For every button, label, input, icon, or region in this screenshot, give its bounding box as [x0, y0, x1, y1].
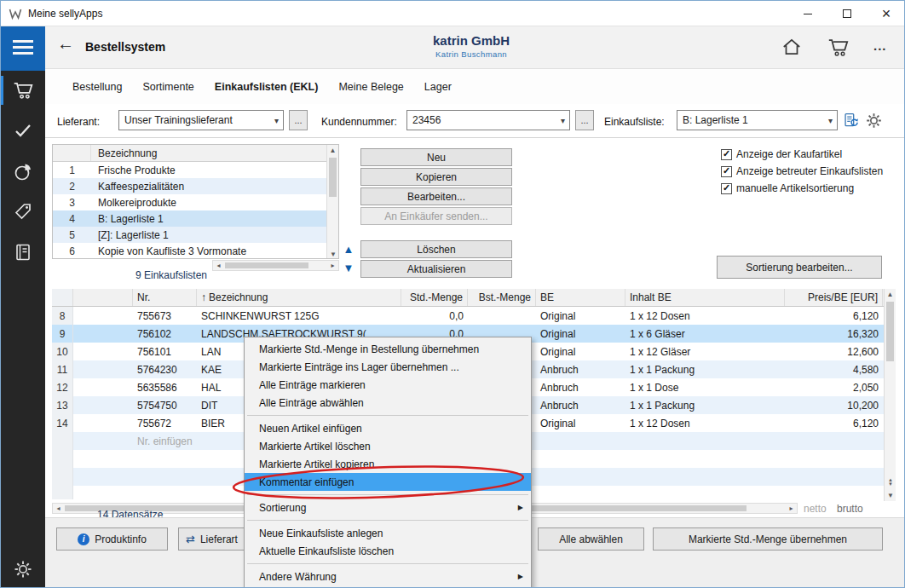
column-preis[interactable]: Preis/BE [EUR] — [785, 289, 883, 306]
sidebar-item-statistics[interactable] — [12, 160, 34, 182]
menu-item-sortierung[interactable]: Sortierung▶ — [245, 499, 531, 516]
list-settings-button[interactable] — [865, 112, 883, 130]
minimize-button[interactable] — [788, 1, 827, 26]
menu-item[interactable]: Alle Einträge markieren — [245, 376, 531, 394]
menu-item[interactable]: Markierte Artikel löschen — [245, 437, 531, 455]
edit-sorting-button[interactable]: Sortierung bearbeiten... — [717, 256, 882, 279]
sidebar-item-settings[interactable] — [12, 558, 34, 580]
scrollbar-thumb[interactable] — [886, 302, 894, 361]
tab-bar: Bestellung Sortimente Einkaufslisten (EK… — [45, 69, 905, 104]
tab-meine-belege[interactable]: Meine Belege — [337, 78, 405, 96]
delete-button[interactable]: Löschen — [360, 240, 512, 258]
more-menu-button[interactable]: ... — [873, 38, 887, 53]
menu-item-kommentar-einfuegen[interactable]: Kommentar einfügen — [245, 473, 531, 491]
menu-item[interactable]: Markierte Einträge ins Lager übernehmen … — [245, 358, 531, 376]
list-item[interactable]: 6Kopie von Kaufliste 3 Vormonate — [53, 243, 327, 259]
tab-einkaufslisten[interactable]: Einkaufslisten (EKL) — [213, 78, 320, 96]
copy-button[interactable]: Kopieren — [360, 168, 512, 186]
option-kaufartikel[interactable]: ✓ Anzeige der Kaufartikel — [721, 147, 842, 161]
list-edit-button[interactable] — [843, 112, 861, 130]
submenu-arrow-icon: ▶ — [518, 573, 523, 580]
close-icon: × — [882, 5, 891, 23]
lists-header: Bezeichnung — [53, 145, 338, 162]
back-button[interactable]: ← — [57, 34, 74, 54]
list-item-selected[interactable]: 4B: Lagerliste 1 — [53, 210, 327, 227]
supplier-more-button[interactable]: ... — [289, 110, 308, 130]
list-item[interactable]: 2Kaffeespezialitäten — [53, 178, 327, 194]
scroll-up-icon[interactable]: ▲ — [327, 145, 338, 156]
checkbox-checked[interactable]: ✓ — [721, 166, 732, 177]
account-info: katrin GmbH Katrin Buschmann — [343, 33, 599, 59]
lists-vertical-scrollbar[interactable]: ▲ ▼ — [326, 145, 338, 259]
menu-item[interactable]: Neue Einkaufsliste anlegen — [245, 524, 531, 542]
scroll-up-icon[interactable]: ▲ — [885, 289, 896, 300]
sidebar-item-cart[interactable] — [12, 79, 34, 101]
sidebar-item-prices[interactable] — [12, 200, 34, 222]
scroll-jump-icon[interactable]: ▲▼ — [885, 476, 896, 487]
option-artikelsortierung[interactable]: ✓ manuelle Artikelsortierung — [721, 182, 854, 195]
list-item[interactable]: 3Molkereiprodukte — [53, 194, 327, 210]
supplier-dropdown[interactable]: Unser Trainingslieferant▾ — [118, 110, 284, 130]
menu-item[interactable]: Markierte Std.-Menge in Bestellung übern… — [245, 340, 531, 358]
titlebar: Meine sellyApps × — [1, 1, 904, 26]
new-button[interactable]: Neu — [360, 148, 512, 166]
menu-item[interactable]: Aktuelle Einkaufsliste löschen — [245, 542, 531, 560]
scroll-down-icon[interactable]: ▼ — [327, 249, 339, 259]
menu-separator — [245, 412, 531, 419]
tab-lager[interactable]: Lager — [423, 78, 453, 96]
scrollbar-thumb[interactable] — [225, 262, 308, 268]
tab-bestellung[interactable]: Bestellung — [71, 78, 124, 96]
menu-item-andere-waehrung[interactable]: Andere Währung▶ — [245, 568, 531, 585]
list-item[interactable]: 5[Z]: Lagerliste 1 — [53, 227, 327, 243]
menu-item[interactable]: Neuen Artikel einfügen — [245, 419, 531, 437]
sidebar-item-catalog[interactable] — [12, 241, 34, 263]
apply-std-menge-button[interactable]: Markierte Std.-Menge übernehmen — [653, 527, 883, 551]
column-std-menge[interactable]: Std.-Menge — [401, 289, 468, 306]
option-betreute-listen[interactable]: ✓ Anzeige betreuter Einkaufslisten — [721, 164, 883, 178]
close-button[interactable]: × — [867, 1, 905, 26]
list-item[interactable]: 1Frische Produkte — [53, 162, 327, 178]
maximize-button[interactable] — [827, 1, 867, 26]
shopping-list-dropdown[interactable]: B: Lagerliste 1▾ — [677, 110, 838, 130]
move-down-button[interactable]: ▼ — [341, 259, 356, 276]
scrollbar-thumb[interactable] — [329, 158, 337, 197]
column-be[interactable]: BE — [536, 289, 625, 306]
refresh-button[interactable]: Aktualisieren — [360, 260, 512, 278]
customer-dropdown[interactable]: 23456▾ — [406, 110, 570, 130]
scroll-left-icon[interactable]: ◂ — [53, 504, 64, 513]
table-vertical-scrollbar[interactable]: ▲ ▲▼ ▼ — [884, 289, 896, 501]
customer-more-button[interactable]: ... — [575, 110, 594, 130]
scroll-right-icon[interactable]: ▸ — [786, 504, 797, 513]
window-title: Meine sellyApps — [28, 8, 102, 20]
brutto-toggle[interactable]: brutto — [837, 503, 863, 515]
cart-button[interactable] — [827, 36, 850, 59]
user-name: Katrin Buschmann — [343, 49, 599, 59]
scroll-right-icon[interactable]: ▸ — [327, 261, 338, 270]
hamburger-icon — [13, 40, 33, 43]
scroll-down-icon[interactable]: ▼ — [885, 490, 896, 501]
column-nr[interactable]: Nr. — [133, 289, 197, 306]
hamburger-menu-button[interactable] — [1, 26, 45, 71]
column-bezeichnung[interactable]: ↑Bezeichnung — [197, 289, 401, 306]
move-up-button[interactable]: ▲ — [341, 240, 356, 257]
netto-toggle[interactable]: netto — [804, 503, 827, 515]
product-info-button[interactable]: i Produktinfo — [56, 527, 168, 551]
submenu-arrow-icon: ▶ — [518, 504, 523, 511]
column-bst-menge[interactable]: Bst.-Menge — [468, 289, 536, 306]
menu-item[interactable]: Alle Einträge abwählen — [245, 394, 531, 412]
cart-icon — [827, 36, 850, 59]
checkbox-checked[interactable]: ✓ — [721, 149, 732, 160]
sidebar-item-tasks[interactable] — [12, 119, 34, 141]
minimize-icon — [804, 14, 812, 14]
table-row[interactable]: 8 755673SCHINKENWURST 125G 0,0 Original1… — [52, 307, 884, 325]
column-inhalt-be[interactable]: Inhalt BE — [625, 289, 785, 306]
shopping-lists-list: Bezeichnung 1Frische Produkte 2Kaffeespe… — [52, 144, 339, 259]
edit-button[interactable]: Bearbeiten... — [360, 187, 512, 205]
menu-item[interactable]: Markierte Artikel kopieren — [245, 455, 531, 473]
tab-sortimente[interactable]: Sortimente — [141, 78, 195, 96]
delivery-type-button[interactable]: ⇄ Lieferart — [178, 527, 251, 551]
checkbox-checked[interactable]: ✓ — [721, 183, 732, 194]
home-button[interactable] — [781, 36, 803, 58]
deselect-all-button[interactable]: Alle abwählen — [538, 527, 644, 551]
lists-column-header: Bezeichnung — [91, 147, 157, 159]
